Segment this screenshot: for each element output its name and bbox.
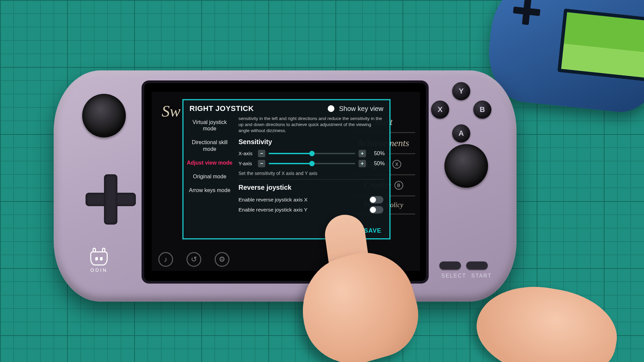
- face-button-y: Y: [452, 82, 470, 100]
- handheld-device: Y X B A SELECT START ODIN Sw Start Achie…: [54, 70, 517, 302]
- face-button-a: A: [452, 124, 470, 142]
- show-key-view-toggle[interactable]: Show key view: [328, 105, 383, 113]
- mode-description: sensitivity in the left and right direct…: [238, 116, 385, 137]
- sensitivity-heading: Sensitivity: [238, 138, 385, 146]
- x-minus-button[interactable]: −: [258, 150, 265, 157]
- game-logo-text: Sw: [162, 102, 180, 120]
- x-axis-label: X-axis: [238, 150, 255, 156]
- select-button-pill: [439, 261, 461, 269]
- odin-logo: ODIN: [87, 251, 111, 278]
- reverse-y-toggle[interactable]: [369, 206, 383, 214]
- settings-panel: sensitivity in the left and right direct…: [234, 116, 385, 223]
- sensitivity-hint: Set the sensitivity of X axis and Y axis: [238, 171, 385, 176]
- face-button-x: X: [431, 101, 449, 119]
- y-slider-knob[interactable]: [309, 161, 315, 166]
- x-plus-button[interactable]: +: [359, 150, 366, 157]
- reverse-x-toggle[interactable]: [369, 196, 383, 203]
- rewind-icon[interactable]: ↺: [186, 252, 201, 267]
- y-plus-button[interactable]: +: [359, 160, 366, 167]
- settings-icon[interactable]: ⚙: [215, 252, 229, 267]
- mode-adjust-view[interactable]: Adjust view mode: [185, 158, 234, 167]
- mode-arrow-keys[interactable]: Arrow keys mode: [185, 186, 234, 195]
- show-key-view-label: Show key view: [339, 105, 383, 113]
- mode-virtual-joystick[interactable]: Virtual joystick mode: [185, 118, 234, 133]
- x-slider-fill: [269, 153, 312, 154]
- right-joystick-dialog: RIGHT JOYSTICK Show key view Virtual joy…: [182, 99, 390, 239]
- select-label: SELECT: [441, 273, 466, 279]
- face-button-b: B: [473, 101, 491, 119]
- x-axis-row: X-axis − + 50%: [238, 148, 385, 159]
- screen: Sw Start Achievements Offers X Credits B…: [152, 92, 420, 271]
- x-axis-slider[interactable]: [269, 151, 355, 156]
- start-button-pill: [466, 261, 488, 269]
- y-axis-slider[interactable]: [269, 161, 355, 166]
- odin-logo-text: ODIN: [87, 267, 111, 273]
- y-axis-row: Y-axis − + 50%: [238, 159, 385, 169]
- mode-original[interactable]: Original mode: [185, 172, 234, 181]
- dpad: [86, 174, 136, 225]
- section-divider: [238, 179, 385, 180]
- dialog-title: RIGHT JOYSTICK: [190, 104, 254, 113]
- left-joystick: [82, 94, 126, 137]
- y-axis-label: Y-axis: [238, 161, 255, 166]
- offers-badge-icon: X: [392, 160, 401, 169]
- x-axis-value: 50%: [369, 150, 385, 157]
- mode-directional-skill[interactable]: Directional skill mode: [185, 138, 234, 153]
- music-icon[interactable]: ♪: [158, 252, 173, 267]
- x-slider-knob[interactable]: [309, 151, 315, 156]
- radio-icon: [328, 105, 334, 112]
- credits-badge-icon: B: [394, 181, 403, 190]
- mode-list: Virtual joystick mode Directional skill …: [185, 116, 234, 223]
- reverse-y-label: Enable reverse joystick axis Y: [238, 207, 308, 213]
- save-button[interactable]: SAVE: [364, 227, 381, 234]
- reverse-heading: Reverse joystick: [238, 184, 385, 191]
- y-axis-value: 50%: [369, 161, 385, 167]
- y-slider-fill: [269, 163, 312, 164]
- y-minus-button[interactable]: −: [258, 160, 265, 167]
- start-label: START: [471, 273, 492, 279]
- reverse-x-label: Enable reverse joystick axis X: [238, 197, 308, 203]
- screen-bezel: Sw Start Achievements Offers X Credits B…: [144, 83, 426, 281]
- right-joystick: [444, 144, 488, 188]
- face-buttons: Y X B A: [431, 82, 491, 142]
